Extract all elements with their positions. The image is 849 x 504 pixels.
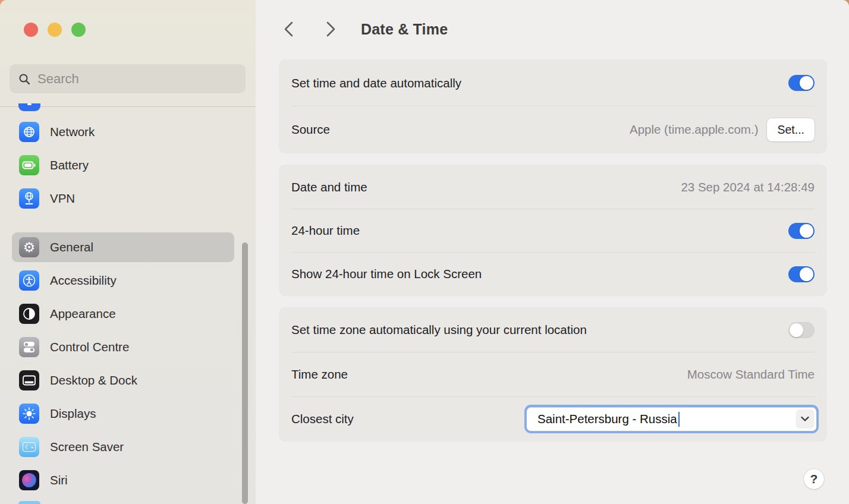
accessibility-icon — [19, 270, 39, 291]
vpn-icon — [19, 188, 39, 209]
sidebar-item-accessibility[interactable]: Accessibility — [12, 266, 234, 295]
time-display-card: Date and time 23 Sep 2024 at 14:28:49 24… — [279, 165, 826, 295]
datetime-row: Date and time 23 Sep 2024 at 14:28:49 — [279, 165, 826, 209]
sidebar-item-label: Appearance — [50, 307, 116, 321]
closest-city-row: Closest city Saint-Petersburg - Russia — [279, 397, 826, 441]
zoom-button[interactable] — [71, 23, 86, 37]
set-source-button[interactable]: Set... — [767, 118, 815, 141]
text-cursor — [678, 412, 680, 427]
hour24-row: 24-hour time — [279, 209, 826, 252]
minimize-button[interactable] — [48, 23, 62, 37]
source-row: Source Apple (time.apple.com.) Set... — [279, 106, 826, 153]
partially-visible-app-icon[interactable] — [18, 501, 40, 504]
back-button[interactable] — [279, 20, 297, 39]
sidebar-item-label: VPN — [50, 191, 75, 206]
timezone-label: Time zone — [291, 367, 348, 382]
chevron-down-icon — [801, 417, 809, 422]
appearance-icon — [19, 304, 39, 324]
close-button[interactable] — [24, 23, 38, 37]
chevron-left-icon — [284, 21, 294, 37]
closest-city-label: Closest city — [291, 412, 354, 426]
battery-icon — [19, 155, 39, 175]
network-time-card: Set time and date automatically Source A… — [279, 60, 826, 153]
sidebar-item-network[interactable]: Network — [12, 117, 234, 147]
datetime-value: 23 Sep 2024 at 14:28:49 — [681, 180, 815, 194]
desktop-dock-icon — [19, 370, 39, 390]
sidebar: Search Network Battery VPN ⚙ — [0, 0, 256, 504]
page-title: Date & Time — [361, 21, 448, 38]
combobox-dropdown-button[interactable] — [796, 410, 814, 429]
auto-set-toggle[interactable] — [788, 75, 815, 91]
search-placeholder: Search — [37, 71, 79, 87]
timezone-card: Set time zone automatically using your c… — [279, 308, 826, 441]
search-icon — [18, 73, 30, 85]
source-label: Source — [291, 122, 330, 137]
system-settings-window: Search Network Battery VPN ⚙ — [0, 0, 849, 504]
window-controls — [24, 23, 86, 37]
sun-icon — [19, 404, 39, 424]
gear-icon: ⚙ — [19, 237, 39, 257]
sidebar-scrollbar[interactable] — [242, 242, 248, 504]
auto-set-row: Set time and date automatically — [279, 60, 826, 106]
lockscreen-toggle[interactable] — [788, 266, 815, 282]
partially-visible-app-icon[interactable] — [18, 103, 40, 111]
forward-button[interactable] — [322, 20, 339, 39]
sidebar-item-appearance[interactable]: Appearance — [12, 299, 234, 329]
timezone-row: Time zone Moscow Standard Time — [279, 352, 826, 396]
lockscreen-label: Show 24-hour time on Lock Screen — [291, 267, 482, 281]
closest-city-combobox[interactable]: Saint-Petersburg - Russia — [524, 405, 819, 433]
sidebar-item-label: Control Centre — [50, 340, 129, 354]
sidebar-item-label: General — [50, 240, 93, 254]
sidebar-item-label: Battery — [50, 158, 89, 172]
siri-icon — [19, 470, 39, 490]
date-time-pane: Date & Time Set time and date automatica… — [256, 0, 849, 504]
network-icon — [19, 122, 39, 142]
help-button[interactable]: ? — [804, 469, 824, 489]
sidebar-item-label: Siri — [50, 473, 68, 487]
sidebar-item-siri[interactable]: Siri — [12, 465, 234, 495]
sidebar-item-label: Network — [50, 125, 95, 139]
sidebar-item-battery[interactable]: Battery — [12, 150, 234, 180]
sidebar-item-label: Displays — [50, 407, 96, 421]
datetime-label: Date and time — [291, 180, 367, 194]
auto-timezone-label: Set time zone automatically using your c… — [291, 323, 587, 337]
lockscreen-row: Show 24-hour time on Lock Screen — [279, 253, 826, 295]
hour24-toggle[interactable] — [788, 223, 815, 239]
auto-timezone-toggle[interactable] — [788, 322, 815, 338]
auto-timezone-row: Set time zone automatically using your c… — [279, 308, 826, 352]
sidebar-item-label: Screen Saver — [50, 440, 124, 454]
sidebar-item-general[interactable]: ⚙ General — [12, 232, 234, 262]
sidebar-item-displays[interactable]: Displays — [12, 399, 234, 429]
closest-city-value: Saint-Petersburg - Russia — [537, 412, 677, 426]
timezone-value: Moscow Standard Time — [687, 367, 815, 382]
sidebar-item-vpn[interactable]: VPN — [12, 184, 234, 213]
chevron-right-icon — [326, 21, 336, 37]
control-centre-icon — [19, 337, 39, 357]
sidebar-item-label: Desktop & Dock — [50, 373, 137, 388]
sidebar-item-label: Accessibility — [50, 273, 117, 288]
sidebar-item-screen-saver[interactable]: ☾✦ Screen Saver — [12, 432, 234, 462]
hour24-label: 24-hour time — [291, 223, 360, 238]
screen-saver-icon: ☾✦ — [19, 437, 39, 457]
auto-set-label: Set time and date automatically — [291, 76, 461, 90]
source-value: Apple (time.apple.com.) — [630, 122, 758, 137]
sidebar-item-control-centre[interactable]: Control Centre — [12, 332, 234, 362]
help-button-label: ? — [810, 472, 818, 486]
search-input[interactable]: Search — [10, 64, 246, 93]
sidebar-item-desktop-dock[interactable]: Desktop & Dock — [12, 366, 234, 395]
